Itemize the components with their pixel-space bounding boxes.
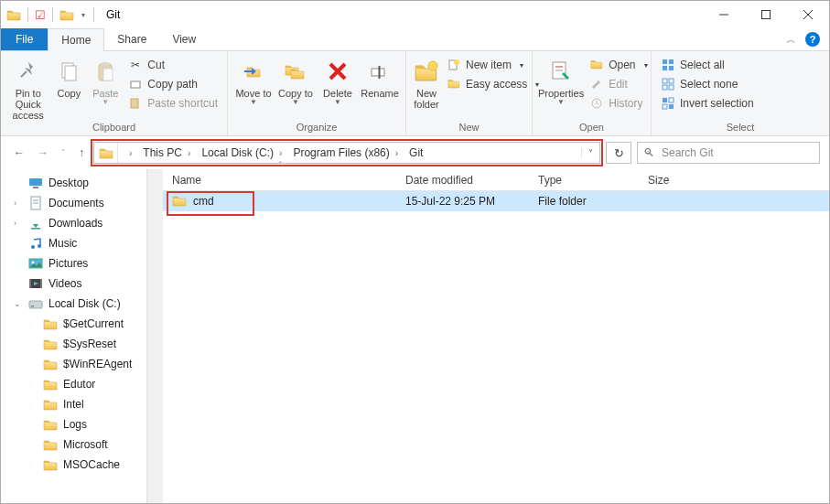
qat-checkbox-icon[interactable]: ☑ [35,8,46,22]
select-all-button[interactable]: Select all [657,57,758,73]
folder-icon [43,437,58,452]
svg-rect-27 [663,79,667,83]
edit-button[interactable]: Edit [586,76,651,92]
qat-folder-icon[interactable] [59,8,74,21]
pin-to-quick-access-button[interactable]: Pin to Quick access [6,55,49,121]
properties-button[interactable]: Properties▼ [538,55,584,107]
address-history-button[interactable]: ˅ [581,148,599,158]
table-row[interactable]: cmd15-Jul-22 9:25 PMFile folder [163,191,829,211]
address-bar-icon[interactable] [94,143,118,163]
file-tab[interactable]: File [1,28,48,50]
svg-point-18 [454,59,459,65]
help-icon[interactable]: ? [805,32,820,47]
paste-shortcut-button[interactable]: Paste shortcut [124,95,221,112]
tree-item[interactable]: ›Documents [1,193,146,213]
select-all-icon [661,58,675,72]
svg-rect-14 [372,69,384,76]
close-button[interactable] [787,1,829,28]
tree-item-label: Edutor [63,378,95,391]
new-folder-icon [412,57,441,86]
svg-rect-15 [379,66,381,79]
search-input[interactable] [662,146,814,159]
breadcrumb-segment[interactable]: › [118,143,137,163]
copy-to-button[interactable]: Copy to▼ [275,55,316,107]
window-icon [6,8,21,21]
column-type[interactable]: Type [529,174,639,187]
tree-item-label: MSOCache [63,458,120,471]
new-folder-button[interactable]: New folder [412,55,441,110]
move-to-button[interactable]: Move to▼ [233,55,274,107]
svg-rect-23 [663,59,667,64]
tree-twisty-icon[interactable]: › [14,198,23,208]
svg-rect-46 [29,279,31,288]
select-none-icon [661,77,675,91]
copy-path-button[interactable]: Copy path [124,76,221,92]
tree-item-label: Desktop [49,177,89,189]
refresh-button[interactable]: ↻ [606,142,631,164]
forward-button[interactable]: → [38,146,49,159]
edit-icon [589,77,604,91]
tree-item[interactable]: Pictures [1,253,146,273]
breadcrumb-segment[interactable]: Git› [404,143,437,163]
qat-dropdown-icon[interactable]: ▾ [78,11,87,19]
delete-button[interactable]: Delete▼ [318,55,358,107]
copy-button[interactable]: Copy [51,55,86,99]
column-headers[interactable]: ⌃ Name Date modified Type Size [163,169,829,191]
navigation-tree[interactable]: Desktop›Documents›DownloadsMusicPictures… [1,169,147,503]
paste-button[interactable]: Paste ▼ [88,55,123,107]
folder-icon [172,194,187,209]
open-button[interactable]: Open▾ [586,57,651,73]
tree-item[interactable]: ⌄Local Disk (C:) [1,294,146,314]
up-button[interactable]: ↑ [79,146,84,159]
breadcrumb-segment[interactable]: Local Disk (C:)› [196,143,287,163]
new-group-label: New [406,122,532,135]
share-tab[interactable]: Share [104,28,159,50]
svg-rect-29 [663,85,667,90]
documents-icon [28,196,43,210]
tree-item[interactable]: Desktop [1,173,146,193]
rename-button[interactable]: Rename [360,55,400,99]
tree-item[interactable]: Music [1,233,146,253]
search-box[interactable]: 🔍︎ [637,142,820,164]
tree-item[interactable]: Logs [1,414,146,434]
tree-item-label: $GetCurrent [63,317,124,330]
collapse-ribbon-icon[interactable]: ︿ [786,33,796,47]
folder-icon [43,316,58,331]
svg-point-16 [428,61,437,70]
tree-twisty-icon[interactable]: › [14,219,23,228]
easy-access-button[interactable]: Easy access▾ [443,76,543,92]
view-tab[interactable]: View [159,28,209,50]
tree-item[interactable]: ›Downloads [1,213,146,233]
column-size[interactable]: Size [639,174,712,187]
breadcrumb-segment[interactable]: Program Files (x86)› [287,143,404,163]
properties-icon [546,57,576,86]
tree-item-label: Logs [63,418,87,431]
breadcrumb-segment[interactable]: This PC› [137,143,196,163]
open-icon [589,58,604,72]
recent-locations-button[interactable]: ˅ [61,148,66,157]
minimize-button[interactable] [703,1,745,28]
tree-scrollbar[interactable] [147,169,163,503]
history-button[interactable]: History [586,95,651,112]
address-bar[interactable]: › This PC› Local Disk (C:)› Program File… [93,142,600,164]
column-date[interactable]: Date modified [396,174,529,187]
tree-item[interactable]: $SysReset [1,334,146,354]
tree-item[interactable]: Videos [1,273,146,294]
tree-item[interactable]: MSOCache [1,455,146,475]
tree-item[interactable]: Intel [1,394,146,414]
cut-button[interactable]: ✂Cut [124,57,221,73]
tree-item[interactable]: $GetCurrent [1,314,146,334]
select-none-button[interactable]: Select none [657,76,758,92]
tree-item[interactable]: Edutor [1,374,146,394]
invert-selection-button[interactable]: Invert selection [657,95,758,112]
file-date: 15-Jul-22 9:25 PM [396,195,529,208]
maximize-button[interactable] [745,1,787,28]
new-item-button[interactable]: New item▾ [443,57,543,73]
home-tab[interactable]: Home [48,28,104,51]
desktop-icon [28,176,43,190]
back-button[interactable]: ← [14,146,25,159]
column-name[interactable]: Name [163,174,396,187]
tree-item[interactable]: $WinREAgent [1,354,146,374]
tree-item[interactable]: Microsoft [1,434,146,455]
tree-twisty-icon[interactable]: ⌄ [14,299,23,308]
